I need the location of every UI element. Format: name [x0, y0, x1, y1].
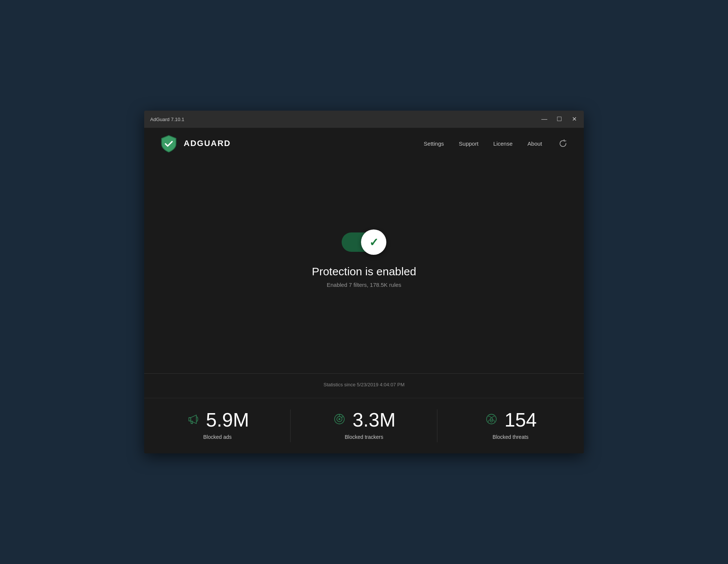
- blocked-trackers-count: 3.3M: [352, 410, 396, 430]
- refresh-icon: [559, 139, 567, 148]
- refresh-button[interactable]: [557, 137, 569, 149]
- stats-since-label: Statistics since 5/23/2019 4:04:07 PM: [144, 374, 584, 398]
- main-window: AdGuard 7.10.1 — ☐ ✕ ADGUARD Settings Su…: [144, 111, 584, 453]
- megaphone-icon: [186, 412, 200, 428]
- window-controls: — ☐ ✕: [541, 115, 578, 123]
- close-button[interactable]: ✕: [570, 115, 578, 123]
- blocked-threats-count: 154: [504, 410, 537, 430]
- stat-blocked-trackers: 3.3M Blocked trackers: [291, 398, 437, 453]
- protection-toggle[interactable]: ✓: [342, 229, 386, 255]
- blocked-trackers-label: Blocked trackers: [345, 434, 383, 440]
- stat-ads-row: 5.9M: [186, 410, 249, 430]
- stats-grid: 5.9M Blocked ads: [144, 398, 584, 453]
- blocked-ads-label: Blocked ads: [203, 434, 232, 440]
- svg-point-5: [487, 414, 496, 424]
- nav-area: Settings Support License About: [424, 137, 569, 149]
- svg-line-4: [342, 416, 343, 418]
- svg-point-2: [339, 418, 341, 420]
- toggle-check-icon: ✓: [369, 236, 379, 249]
- blocked-threats-label: Blocked threats: [493, 434, 529, 440]
- nav-support[interactable]: Support: [459, 140, 479, 147]
- logo-area: ADGUARD: [159, 134, 231, 153]
- protection-status-title: Protection is enabled: [312, 265, 416, 278]
- protection-status-subtitle: Enabled 7 filters, 178.5K rules: [327, 282, 401, 288]
- nav-about[interactable]: About: [528, 140, 542, 147]
- logo-text: ADGUARD: [184, 139, 231, 148]
- nav-settings[interactable]: Settings: [424, 140, 444, 147]
- toggle-thumb: ✓: [361, 229, 386, 255]
- adguard-logo-icon: [159, 134, 178, 153]
- threat-icon: [484, 412, 498, 428]
- stat-threats-row: 154: [484, 410, 537, 430]
- stats-section: Statistics since 5/23/2019 4:04:07 PM: [144, 373, 584, 453]
- stat-blocked-threats: 154 Blocked threats: [437, 398, 584, 453]
- protection-area: ✓ Protection is enabled Enabled 7 filter…: [144, 159, 584, 373]
- window-title: AdGuard 7.10.1: [150, 117, 184, 122]
- titlebar: AdGuard 7.10.1 — ☐ ✕: [144, 111, 584, 128]
- stat-trackers-row: 3.3M: [332, 410, 396, 430]
- app-header: ADGUARD Settings Support License About: [144, 128, 584, 159]
- tracker-icon: [332, 412, 346, 428]
- nav-license[interactable]: License: [493, 140, 513, 147]
- maximize-button[interactable]: ☐: [556, 115, 563, 123]
- minimize-button[interactable]: —: [541, 115, 548, 123]
- blocked-ads-count: 5.9M: [206, 410, 249, 430]
- main-content: ADGUARD Settings Support License About: [144, 128, 584, 453]
- stat-blocked-ads: 5.9M Blocked ads: [144, 398, 291, 453]
